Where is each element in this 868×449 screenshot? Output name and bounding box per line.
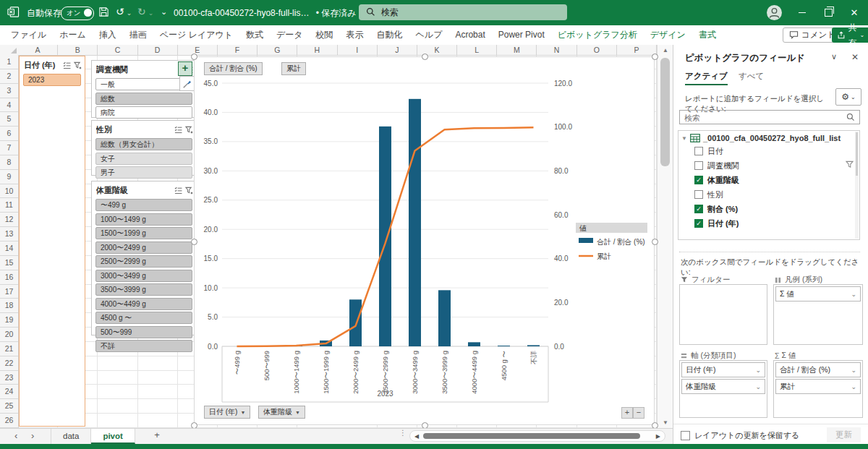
save-icon[interactable]	[98, 7, 109, 17]
row-header-26[interactable]: 26	[0, 414, 18, 428]
field-checkbox[interactable]	[694, 147, 703, 155]
row-header-22[interactable]: 22	[0, 356, 18, 371]
pane-close-icon[interactable]: ✕	[851, 52, 859, 62]
field-row-日付 (年)[interactable]: ✓日付 (年)	[678, 216, 859, 231]
ribbon-tab-11[interactable]: ヘルプ	[409, 25, 449, 44]
row-header-14[interactable]: 14	[0, 241, 18, 256]
pivot-chart[interactable]: 0.05.010.015.020.025.030.035.040.045.00.…	[194, 56, 655, 425]
row-header-7[interactable]: 7	[0, 141, 18, 155]
slicer-item-〜499 g[interactable]: 〜499 g	[95, 199, 192, 211]
column-header-E[interactable]: E	[178, 45, 218, 55]
chart-zoom-in-button[interactable]: +	[621, 407, 633, 419]
field-row-割合 (%)[interactable]: ✓割合 (%)	[678, 202, 859, 216]
update-button[interactable]: 更新	[827, 427, 861, 442]
excel-logo-icon[interactable]	[7, 6, 20, 18]
dropdown-caret-icon[interactable]: ⌄	[851, 291, 856, 298]
row-header-4[interactable]: 4	[0, 98, 18, 113]
row-header-13[interactable]: 13	[0, 227, 18, 241]
row-header-25[interactable]: 25	[0, 399, 18, 414]
chart-field-button-weight[interactable]: 体重階級▼	[258, 406, 305, 419]
dropdown-caret-icon[interactable]: ⌄	[851, 383, 856, 390]
slicer-item-1500〜1999 g[interactable]: 1500〜1999 g	[95, 227, 192, 239]
vertical-scroll-thumb[interactable]	[660, 58, 670, 166]
slicer-date[interactable]: 日付 (年) 2023	[19, 56, 85, 427]
row-header-11[interactable]: 11	[0, 198, 18, 213]
row-header-18[interactable]: 18	[0, 299, 18, 313]
undo-icon[interactable]: ↺⌄	[116, 6, 132, 17]
row-header-23[interactable]: 23	[0, 371, 18, 385]
chart-zoom-out-button[interactable]: −	[633, 407, 644, 419]
slicer-item-男子[interactable]: 男子	[95, 166, 192, 179]
splitter-dots-icon[interactable]: ⋮	[399, 431, 404, 435]
dropdown-caret-icon[interactable]: ⌄	[755, 383, 761, 390]
ribbon-tab-4[interactable]: 描画	[123, 25, 153, 44]
column-header-H[interactable]: H	[297, 45, 337, 55]
pane-options-button[interactable]: ⚙⌄	[835, 88, 861, 106]
row-header-2[interactable]: 2	[0, 69, 18, 84]
column-header-C[interactable]: C	[98, 45, 137, 55]
row-header-17[interactable]: 17	[0, 285, 18, 299]
slicer-item-1000〜1499 g[interactable]: 1000〜1499 g	[95, 213, 192, 226]
row-header-10[interactable]: 10	[0, 184, 18, 199]
row-header-3[interactable]: 3	[0, 84, 18, 98]
chart-handle-w[interactable]	[191, 239, 197, 245]
column-header-D[interactable]: D	[138, 45, 178, 55]
slicer-item-3000〜3499 g[interactable]: 3000〜3499 g	[95, 270, 192, 282]
legend-area-box[interactable]: Σ 値⌄	[773, 284, 863, 345]
chart-field-button-date[interactable]: 日付 (年)▼	[204, 406, 250, 419]
field-checkbox[interactable]: ✓	[694, 219, 703, 228]
row-header-20[interactable]: 20	[0, 328, 18, 342]
row-header-5[interactable]: 5	[0, 112, 18, 127]
ribbon-tab-14[interactable]: ピボットグラフ分析	[551, 25, 644, 44]
row-header-1[interactable]: 1	[0, 55, 18, 69]
dropdown-caret-icon[interactable]: ⌄	[851, 367, 856, 374]
clear-filter-icon[interactable]	[185, 126, 193, 134]
scroll-down-icon[interactable]: ▼	[658, 419, 673, 426]
row-header-24[interactable]: 24	[0, 385, 18, 399]
filters-area-box[interactable]	[679, 284, 767, 345]
field-filter-icon[interactable]	[846, 161, 854, 168]
redo-icon[interactable]: ↻⌄	[137, 6, 153, 17]
slicer-sex[interactable]: 性別 総数（男女合計）女子男子	[91, 120, 197, 176]
chart-field-button-values2[interactable]: 累計	[281, 62, 306, 75]
bar-4500 g 〜[interactable]	[498, 346, 510, 346]
column-header-G[interactable]: G	[258, 45, 297, 55]
slicer-item-一般[interactable]: 一般	[95, 78, 192, 90]
column-header-B[interactable]: B	[58, 45, 98, 55]
vertical-scrollbar[interactable]: ▲ ▼	[657, 45, 673, 428]
scroll-right-icon[interactable]: ▶	[656, 433, 660, 440]
area-field-Σ 値[interactable]: Σ 値⌄	[775, 286, 861, 302]
chart-field-button-values1[interactable]: 合計 / 割合 (%)	[204, 62, 263, 75]
ribbon-tab-5[interactable]: ページ レイアウト	[153, 25, 239, 44]
ribbon-tab-7[interactable]: データ	[270, 25, 310, 44]
clear-filter-icon[interactable]	[74, 61, 82, 69]
table-row[interactable]: ▼ _00100_cfa_00450272_hyo8_full_list	[678, 131, 859, 144]
field-checkbox[interactable]	[694, 161, 703, 170]
row-header-12[interactable]: 12	[0, 213, 18, 227]
clear-filter-icon[interactable]	[185, 187, 193, 194]
slicer-item-2000〜2499 g[interactable]: 2000〜2499 g	[95, 241, 192, 254]
slicer-item-2500〜2999 g[interactable]: 2500〜2999 g	[95, 255, 192, 268]
ribbon-tab-8[interactable]: 校閲	[310, 25, 340, 44]
ribbon-tab-2[interactable]: ホーム	[53, 25, 93, 44]
tab-active[interactable]: アクティブ	[685, 71, 728, 85]
chart-handle-ne[interactable]	[652, 54, 658, 60]
field-checkbox[interactable]: ✓	[694, 176, 703, 184]
chart-handle-n[interactable]	[422, 54, 428, 60]
slicer-agency[interactable]: 調査機関 一般総数病院 +	[91, 60, 197, 118]
slicer-item-4500 g 〜[interactable]: 4500 g 〜	[95, 312, 192, 324]
multiselect-icon[interactable]	[63, 61, 71, 69]
field-row-性別[interactable]: 性別	[678, 187, 859, 202]
select-all-corner[interactable]	[0, 45, 19, 56]
values-area-box[interactable]: 合計 / 割合 (%)⌄累計⌄	[773, 360, 863, 418]
slicer-item-3500〜3999 g[interactable]: 3500〜3999 g	[95, 283, 192, 296]
area-field-日付 (年)[interactable]: 日付 (年)⌄	[681, 362, 765, 377]
tab-all[interactable]: すべて	[739, 71, 764, 82]
column-header-F[interactable]: F	[218, 45, 258, 55]
slicer-item-女子[interactable]: 女子	[95, 153, 192, 165]
column-header-A[interactable]: A	[18, 45, 58, 55]
row-header-8[interactable]: 8	[0, 155, 18, 170]
slicer-item-総数（男女合計）[interactable]: 総数（男女合計）	[95, 138, 192, 150]
bar-2500〜2999 g[interactable]	[379, 127, 391, 346]
slicer-item-4000〜4499 g[interactable]: 4000〜4499 g	[95, 298, 192, 310]
